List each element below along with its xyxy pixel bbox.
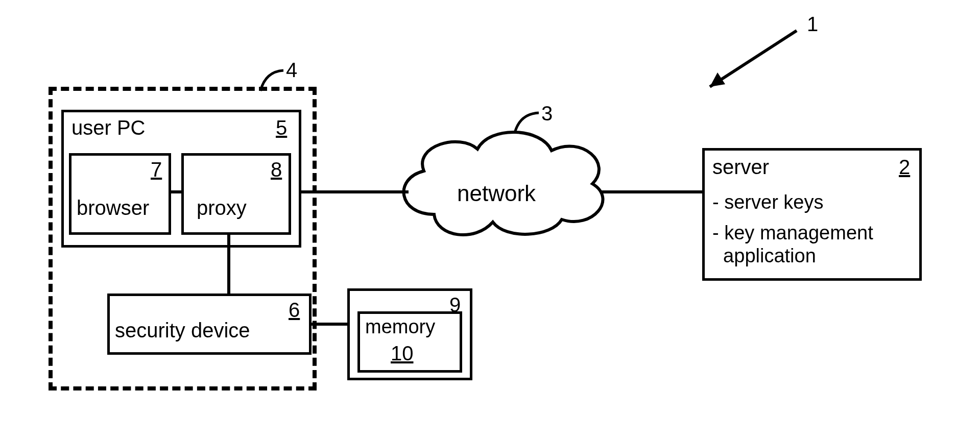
user-pc-label: user PC xyxy=(71,116,146,139)
ref-proxy: 8 xyxy=(271,158,282,181)
svg-line-0 xyxy=(710,31,797,87)
connector-line xyxy=(301,190,409,193)
connector-line xyxy=(600,190,702,193)
connector-line xyxy=(312,323,347,326)
arrow-icon xyxy=(679,26,812,102)
network-label: network xyxy=(457,181,536,206)
connector-line xyxy=(171,190,181,193)
security-device-label: security device xyxy=(115,319,250,341)
browser-label: browser xyxy=(77,197,149,219)
ref-mem-inner: 10 xyxy=(391,342,414,365)
connector-line xyxy=(227,235,230,294)
ref-user-pc: 5 xyxy=(276,116,287,139)
ref-browser: 7 xyxy=(151,158,162,181)
ref-server: 2 xyxy=(899,156,910,179)
ref-network: 3 xyxy=(541,102,553,125)
memory-label: memory xyxy=(365,316,435,338)
server-line-2: - key management xyxy=(712,222,873,245)
ref-client-group: 4 xyxy=(286,59,297,82)
ref-system: 1 xyxy=(807,13,818,36)
ref-security-device: 6 xyxy=(289,299,300,322)
proxy-label: proxy xyxy=(197,197,247,219)
server-title: server xyxy=(712,156,769,178)
diagram-stage: 1 4 user PC 5 7 browser 8 proxy 6 securi… xyxy=(0,0,980,440)
server-line-3: application xyxy=(712,245,816,267)
server-line-1: - server keys xyxy=(712,191,823,214)
